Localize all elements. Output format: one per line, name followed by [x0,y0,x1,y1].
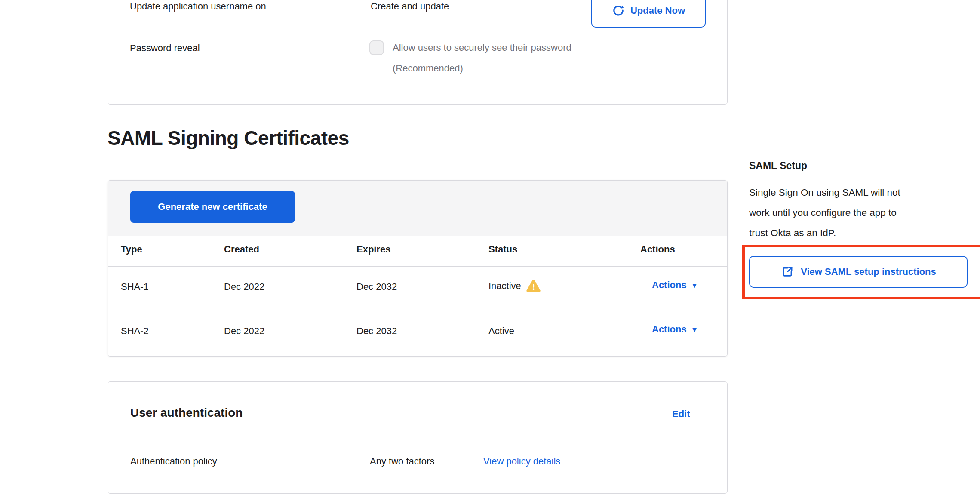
col-header-created: Created [224,244,259,255]
view-saml-setup-instructions-button[interactable]: View SAML setup instructions [749,256,968,288]
actions-label: Actions [652,324,687,335]
saml-setup-description-line: Single Sign On using SAML will not [749,182,980,203]
certificates-table-header-row: Type Created Expires Status Actions [108,236,727,267]
edit-link[interactable]: Edit [672,409,690,420]
actions-label: Actions [652,280,687,291]
cert-type: SHA-2 [121,326,149,337]
chevron-down-icon: ▾ [693,281,697,290]
user-authentication-heading: User authentication [130,406,243,420]
saml-setup-description-line: trust Okta as an IdP. [749,223,980,243]
actions-dropdown-trigger[interactable]: Actions ▾ [652,324,696,335]
status-text: Inactive [488,280,521,292]
cert-expires: Dec 2032 [356,326,397,337]
password-reveal-checkbox-label: Allow users to securely see their passwo… [393,42,571,53]
password-reveal-recommended-note: (Recommended) [393,63,463,74]
saml-setup-heading: SAML Setup [749,160,807,172]
update-now-button[interactable]: Update Now [591,0,706,28]
saml-signing-certificates-heading: SAML Signing Certificates [108,126,349,150]
col-header-actions: Actions [640,244,675,255]
app-settings-page: Update application username on Create an… [0,0,980,498]
generate-new-certificate-button[interactable]: Generate new certificate [130,191,295,223]
username-update-label: Update application username on [130,1,266,12]
col-header-expires: Expires [356,244,391,255]
certificates-card: Generate new certificate Type Created Ex… [108,180,728,357]
authentication-policy-value: Any two factors [370,456,434,467]
view-policy-details-link[interactable]: View policy details [483,456,560,467]
password-reveal-checkbox[interactable] [369,40,384,55]
saml-setup-description: Single Sign On using SAML will not work … [749,182,980,243]
actions-dropdown-trigger[interactable]: Actions ▾ [652,280,696,291]
cert-type: SHA-1 [121,281,149,292]
col-header-status: Status [488,244,517,255]
table-row: SHA-2 Dec 2022 Dec 2032 Active Actions ▾ [108,309,727,357]
password-reveal-label: Password reveal [130,43,200,54]
cert-created: Dec 2022 [224,326,264,337]
cert-expires: Dec 2032 [356,281,397,292]
update-now-label: Update Now [630,5,685,16]
cert-status: Active [488,326,514,337]
cert-status: Inactive [488,280,541,292]
cert-created: Dec 2022 [224,281,264,292]
username-update-value: Create and update [371,1,449,12]
col-header-type: Type [121,244,142,255]
table-row: SHA-1 Dec 2022 Dec 2032 Inactive Actions… [108,267,727,309]
user-authentication-card: User authentication Edit Authentication … [108,381,728,494]
saml-setup-description-line: work until you configure the app to [749,203,980,223]
external-link-icon [780,265,794,279]
view-saml-setup-label: View SAML setup instructions [801,266,936,277]
chevron-down-icon: ▾ [693,325,697,334]
refresh-icon [612,4,625,17]
warning-icon [526,280,541,292]
authentication-policy-label: Authentication policy [130,456,217,467]
